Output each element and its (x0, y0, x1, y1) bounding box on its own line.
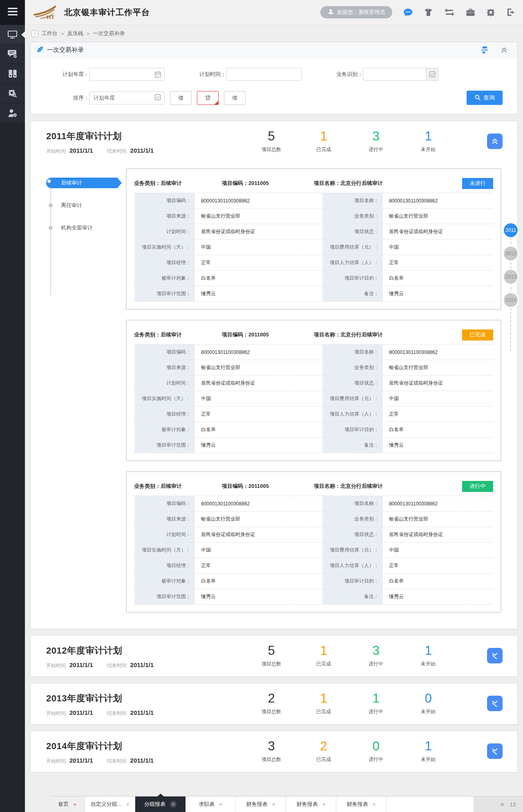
menu-toggle-button[interactable] (0, 0, 25, 25)
stat-value: 1 (402, 644, 454, 658)
timeline-dot-2014[interactable]: 2014 (504, 293, 518, 307)
user-gear-icon (8, 109, 18, 118)
logo-text: IST (47, 14, 54, 20)
gear-icon[interactable] (486, 8, 495, 17)
field-value: 居民省份证或临时身份证 (383, 527, 493, 542)
tab-4[interactable]: 求职表× (186, 796, 236, 812)
sidebar-item-user-admin[interactable] (0, 103, 25, 123)
sort-value: 计划年度 (94, 94, 115, 102)
timeline-dot-2011[interactable]: 2011 (504, 223, 518, 237)
business-id-input[interactable] (363, 68, 438, 81)
field-value: 白名单 (383, 271, 493, 286)
panel-actions (480, 46, 512, 54)
filter-row-sort: 排序： 计划年度 借贷借 查询 (53, 91, 507, 105)
search-button[interactable]: 查询 (467, 91, 503, 105)
category-item-1[interactable]: 后续审计 (46, 178, 126, 188)
logout-icon[interactable] (506, 8, 516, 16)
tab-close-icon[interactable]: × (373, 802, 376, 807)
breadcrumb-collapse-icon[interactable]: › (31, 30, 38, 37)
timeline-dot-2012[interactable]: 2012 (504, 247, 518, 260)
tab-close-icon[interactable]: × (73, 802, 76, 807)
category-item-3[interactable]: 机构全面审计 (46, 222, 126, 233)
expand-plan-button[interactable] (487, 648, 503, 663)
expand-plan-button[interactable] (487, 743, 503, 759)
status-badge[interactable]: 未进行 (462, 178, 493, 189)
archive-icon (8, 69, 17, 78)
tab-label: 自定义分组... (91, 801, 122, 808)
tab-close-icon[interactable]: × (272, 802, 275, 807)
tshirt-icon[interactable] (424, 8, 433, 16)
status-badge[interactable]: 进行中 (462, 481, 493, 492)
plan-start-label: 开始时间 (46, 663, 66, 668)
chevron-double-down-icon (491, 700, 498, 707)
stat-total: 5项目总数 (245, 644, 297, 667)
tab-6[interactable]: 财务报表× (286, 796, 336, 812)
field-label: 备注： (322, 589, 383, 604)
field-value: 懂秀云 (195, 286, 322, 301)
tab-3[interactable]: 分组报表× (135, 796, 186, 812)
plan-time-input[interactable] (226, 68, 302, 81)
business-id-picker-button[interactable] (426, 68, 438, 80)
sort-select[interactable]: 计划年度 (89, 91, 165, 105)
category-item-2[interactable]: 离任审计 (46, 200, 126, 211)
stat-value: 3 (350, 644, 402, 658)
breadcrumb-item[interactable]: 一次交易补录 (93, 30, 125, 37)
status-badge[interactable]: 已完成 (462, 329, 493, 340)
collapse-plan-button[interactable] (487, 133, 503, 149)
field-value: 800001301100308862 (195, 193, 322, 208)
plan-card-2013: 2013年度审计计划开始时间2011/1/1结束时间2011/1/12项目总数1… (30, 683, 518, 725)
tab-2[interactable]: 自定义分组...× (85, 796, 135, 812)
page-content: 一次交易补录 计划年度：计划时间：业务识别： 排序： (25, 42, 523, 772)
swap-icon[interactable] (444, 9, 455, 16)
tab-7[interactable]: 财务报表× (336, 796, 387, 812)
tab-close-icon[interactable]: × (126, 802, 130, 807)
credit-button[interactable]: 贷 (197, 91, 219, 105)
tab-close-icon[interactable]: × (322, 802, 326, 807)
sidebar-item-workbench[interactable] (0, 25, 25, 44)
plan-stats: 3项目总数2已完成0进行中1未开始 (245, 739, 454, 763)
plan-end-value: 2011/1/1 (130, 709, 154, 716)
stat-notstarted: 1未开始 (402, 129, 454, 153)
sort-label: 排序： (53, 94, 89, 102)
tab-5[interactable]: 财务报表× (236, 796, 286, 812)
plan-year-input[interactable] (89, 68, 165, 81)
table-row: 项目编码：800001301100308862项目名称：800001301100… (134, 345, 493, 360)
sidebar-item-messages[interactable] (0, 44, 25, 64)
search-filter-panel: 一次交易补录 计划年度：计划时间：业务识别： 排序： (30, 42, 518, 114)
toggle-button-group: 借贷借 (165, 91, 246, 105)
gear-search-icon (8, 89, 18, 98)
field-label: 业务类别： (322, 209, 383, 224)
tab-close-icon[interactable]: × (219, 802, 222, 807)
debit-button[interactable]: 借 (170, 91, 192, 105)
briefcase-icon[interactable] (466, 8, 475, 16)
user-welcome-badge[interactable]: 欢迎您：系统管理员 (320, 6, 392, 18)
breadcrumb-item[interactable]: 工作台 (42, 30, 58, 37)
plan-end-date: 结束时间2011/1/1 (107, 709, 154, 717)
field-label: 项目费用估算（元）： (322, 240, 383, 255)
left-sidebar (0, 0, 25, 812)
table-row: 计划时间：居民省份证或临时身份证项目状态：居民省份证或临时身份证 (134, 527, 493, 543)
debit-2-button[interactable]: 借 (224, 91, 246, 105)
sidebar-item-archives[interactable] (0, 64, 25, 84)
field-label: 项目编码： (134, 193, 195, 208)
tab-close-icon[interactable]: × (170, 801, 177, 808)
stat-value: 1 (402, 129, 454, 143)
filter-sort-icon[interactable] (480, 46, 489, 54)
tab-1[interactable]: 首页× (50, 796, 85, 812)
tab-overflow-button[interactable]: » (501, 801, 504, 808)
field-label: 项目审计范围： (134, 589, 195, 604)
breadcrumb-item[interactable]: 反洗钱 (67, 30, 83, 37)
message-icon[interactable] (403, 8, 413, 17)
stat-value: 0 (402, 692, 454, 705)
stat-inprogress: 3进行中 (350, 129, 402, 153)
field-value: 正常 (383, 558, 493, 573)
field-value: 懂秀云 (383, 589, 493, 604)
field-value: 白名单 (195, 574, 322, 589)
expand-plan-button[interactable] (487, 696, 503, 711)
timeline-dot-2013[interactable]: 2013 (504, 270, 518, 284)
stat-done: 1已完成 (297, 644, 350, 667)
field-label: 项目来源： (134, 512, 195, 527)
collapse-panel-icon[interactable] (501, 47, 507, 53)
sidebar-item-settings-search[interactable] (0, 84, 25, 103)
table-row: 项目实施时间（天）：中国项目费用估算（元）：中国 (134, 391, 493, 407)
